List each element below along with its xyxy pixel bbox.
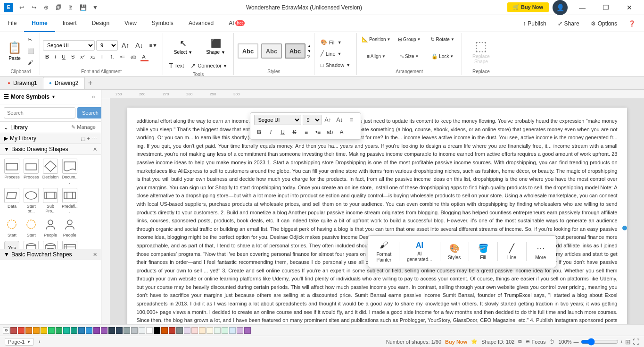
replace-shape-button[interactable]: ⬚ ReplaceShape	[471, 34, 492, 68]
italic-btn[interactable]: I	[52, 51, 58, 62]
position-button[interactable]: 📐 Position ▼	[360, 35, 393, 50]
font-color-btn[interactable]: A	[140, 51, 149, 62]
color-swatch-30[interactable]	[237, 327, 243, 334]
shape-database[interactable]: Database	[22, 240, 41, 249]
color-swatch-5[interactable]	[48, 327, 55, 334]
color-swatch-28[interactable]	[222, 327, 228, 334]
color-swatch-14[interactable]	[116, 327, 123, 334]
fill-mini-btn[interactable]: 🪣 Fill	[473, 241, 494, 262]
basic-drawing-header[interactable]: ▼ Basic Drawing Shapes ✕	[0, 144, 101, 155]
font-size-select[interactable]: 9	[96, 40, 118, 51]
color-swatch-27[interactable]	[214, 327, 221, 334]
float-underline-btn[interactable]: U	[278, 127, 288, 137]
color-swatch-17[interactable]	[139, 327, 145, 334]
text-tool-btn[interactable]: T Text	[167, 60, 187, 71]
format-painter-btn[interactable]: 🖌 FormatPainter	[373, 238, 396, 265]
shape-document[interactable]: Docum...	[60, 158, 79, 186]
manage-btn[interactable]: ✎ Manage	[70, 124, 97, 131]
resize-handle-right[interactable]	[622, 226, 627, 230]
user-avatar[interactable]: 👤	[553, 0, 568, 15]
color-swatch-11[interactable]	[93, 327, 100, 334]
layers-btn[interactable]: ⧉	[518, 339, 522, 345]
my-library-more-btn[interactable]: ⋯	[92, 135, 97, 142]
my-library-add-btn[interactable]: +	[87, 135, 90, 142]
float-color-bg-btn[interactable]: ab	[325, 127, 335, 137]
open-button[interactable]: 🗎	[65, 2, 76, 13]
text-btn[interactable]: T	[98, 51, 106, 62]
my-library-copy-btn[interactable]: ⬚	[81, 135, 85, 142]
color-swatch-1[interactable]	[18, 327, 25, 334]
list-bullet-btn[interactable]: •≡	[118, 51, 127, 62]
color-swatch-16[interactable]	[131, 327, 138, 334]
more-mini-btn[interactable]: ⋯ More	[530, 241, 551, 262]
library-section[interactable]: ⌄ Library ✎ Manage	[0, 122, 101, 133]
paste-button[interactable]: 📋 Paste	[5, 39, 25, 63]
line-mini-btn[interactable]: ╱ Line	[502, 241, 522, 262]
add-tab-button[interactable]: +	[85, 77, 96, 89]
float-align-btn[interactable]: ≡	[347, 115, 357, 125]
color-swatch-4[interactable]	[41, 327, 47, 334]
color-swatch-21[interactable]	[169, 327, 175, 334]
increase-font-btn[interactable]: A↑	[119, 40, 132, 51]
bold-btn[interactable]: B	[43, 51, 51, 62]
color-swatch-10[interactable]	[86, 327, 92, 334]
color-swatch-2[interactable]	[25, 327, 32, 334]
add-page-btn[interactable]: +	[38, 339, 41, 345]
font-select[interactable]: Segoe UI	[43, 40, 95, 51]
group-button[interactable]: ⊞ Group ▼	[393, 35, 426, 50]
float-italic-btn[interactable]: I	[266, 127, 276, 137]
style-swatch-1[interactable]: Abc	[238, 43, 258, 59]
float-bold-btn[interactable]: B	[254, 127, 264, 137]
sidebar-collapse-btn[interactable]: «	[90, 93, 97, 101]
page-selector[interactable]: Page-1 ▼	[5, 338, 34, 346]
shadow-button[interactable]: □ Shadow ▼	[319, 60, 352, 70]
style-swatch-2[interactable]: Abc	[261, 43, 282, 59]
zoom-plus-btn[interactable]: +	[620, 339, 623, 345]
connector-tool-btn[interactable]: ↗ Connector ▼	[188, 60, 230, 71]
focus-btn[interactable]: ⊕ Focus	[526, 339, 545, 345]
account-button[interactable]: ❓	[624, 18, 640, 29]
float-strike-btn[interactable]: S	[289, 127, 300, 137]
float-bullet-btn[interactable]: •≡	[313, 127, 323, 137]
shape-stored[interactable]: Stored ...	[41, 240, 60, 249]
size-button[interactable]: ⤡ Size ▼	[393, 52, 426, 67]
zoom-minus-btn[interactable]: —	[574, 339, 579, 345]
shape-people2[interactable]: People	[60, 216, 79, 239]
text-align-btn[interactable]: ≡▼	[147, 40, 160, 51]
new-button[interactable]: ⊕	[41, 2, 52, 13]
options-button[interactable]: ⚙ Options	[586, 18, 622, 29]
color-swatch-24[interactable]	[191, 327, 198, 334]
select-button[interactable]: ↖ Select ▼	[167, 34, 200, 59]
copy-button[interactable]: 🗐	[53, 2, 64, 13]
color-swatch-9[interactable]	[78, 327, 85, 334]
shape-process[interactable]: Process	[3, 158, 21, 186]
color-swatch-18[interactable]	[146, 327, 153, 334]
copy-btn[interactable]: ⬜	[25, 46, 37, 56]
color-swatch-25[interactable]	[199, 327, 206, 334]
more-quick-access[interactable]: ▼	[90, 2, 101, 13]
shape-people[interactable]: People	[41, 216, 60, 239]
shape-process2[interactable]: Process	[22, 158, 41, 186]
save-button[interactable]: 💾	[77, 2, 89, 13]
line-button[interactable]: ╱ Line ▼	[319, 49, 352, 59]
menu-tab-symbols[interactable]: Symbols	[144, 15, 181, 32]
menu-tab-file[interactable]: File	[0, 15, 24, 32]
shape-start-or[interactable]: Start or...	[22, 187, 41, 215]
zoom-slider[interactable]	[581, 338, 619, 346]
float-font-select[interactable]: Segoe UI	[254, 115, 301, 125]
menu-tab-insert[interactable]: Insert	[55, 15, 84, 32]
tab-drawing1[interactable]: ● Drawing1	[2, 77, 43, 89]
undo-button[interactable]: ↩	[16, 2, 27, 13]
styles-mini-btn[interactable]: 🎨 Styles	[444, 241, 465, 262]
shape-internal[interactable]: Internal...	[60, 240, 79, 249]
menu-tab-home[interactable]: Home	[24, 15, 55, 32]
fit-page-btn[interactable]: ⊞	[625, 338, 631, 346]
close-button[interactable]: ✕	[619, 0, 640, 15]
menu-tab-view[interactable]: View	[117, 15, 144, 32]
style-swatch-3[interactable]: Abc	[285, 43, 305, 59]
color-swatch-29[interactable]	[229, 327, 236, 334]
float-increase-btn[interactable]: A↑	[323, 115, 333, 125]
basic-drawing-close-btn[interactable]: ✕	[93, 146, 97, 152]
shape-start[interactable]: Start	[3, 216, 21, 239]
format-copy-button[interactable]: 🖌	[25, 57, 37, 68]
